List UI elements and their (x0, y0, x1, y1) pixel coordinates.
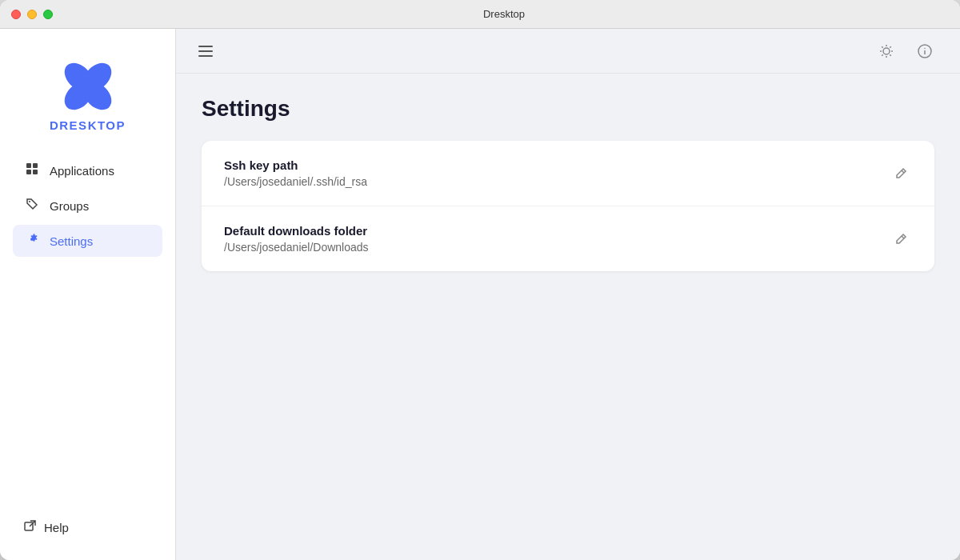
svg-rect-4 (26, 163, 31, 168)
svg-line-23 (902, 236, 904, 238)
app-window: Dresktop DRESKTOP (0, 0, 960, 560)
settings-row-info-downloads: Default downloads folder /Users/josedani… (224, 224, 369, 254)
brightness-icon (878, 43, 894, 59)
sidebar: DRESKTOP Applications (0, 29, 176, 560)
settings-row-info-ssh: Ssh key path /Users/josedaniel/.ssh/id_r… (224, 158, 367, 188)
sidebar-item-applications[interactable]: Applications (13, 154, 162, 186)
brightness-button[interactable] (874, 38, 899, 64)
sidebar-bottom: Help (0, 510, 175, 544)
edit-ssh-button[interactable] (890, 162, 912, 185)
settings-row-ssh: Ssh key path /Users/josedaniel/.ssh/id_r… (202, 141, 934, 206)
settings-downloads-label: Default downloads folder (224, 224, 369, 238)
page-title: Settings (202, 96, 934, 122)
titlebar: Dresktop (0, 0, 960, 29)
sidebar-item-settings[interactable]: Settings (13, 225, 162, 257)
sidebar-logo: DRESKTOP (0, 45, 175, 154)
app-body: DRESKTOP Applications (0, 29, 960, 560)
svg-point-10 (883, 48, 890, 54)
svg-line-18 (890, 46, 890, 47)
settings-ssh-label: Ssh key path (224, 158, 367, 172)
settings-card: Ssh key path /Users/josedaniel/.ssh/id_r… (202, 141, 934, 271)
grid-icon (24, 162, 40, 178)
info-button[interactable] (912, 38, 938, 64)
svg-rect-5 (33, 163, 38, 168)
svg-point-21 (924, 47, 926, 49)
sidebar-nav: Applications Groups (0, 154, 175, 510)
topbar-actions (874, 38, 938, 64)
settings-downloads-value: /Users/josedaniel/Downloads (224, 241, 369, 254)
gear-icon (24, 233, 40, 249)
tag-icon (24, 198, 40, 214)
svg-rect-6 (26, 170, 31, 174)
pencil-icon (894, 233, 907, 246)
topbar (176, 29, 960, 74)
main-content: Settings Ssh key path /Users/josedaniel/… (176, 29, 960, 560)
svg-line-22 (902, 170, 904, 173)
external-link-icon (24, 520, 36, 534)
edit-downloads-button[interactable] (890, 228, 912, 250)
close-button[interactable] (11, 10, 21, 19)
svg-rect-7 (33, 170, 38, 174)
hamburger-button[interactable] (198, 46, 213, 57)
svg-line-16 (890, 54, 890, 55)
info-icon (917, 43, 933, 59)
sidebar-item-label: Groups (50, 199, 89, 213)
svg-line-15 (882, 46, 882, 47)
sidebar-item-label: Applications (50, 164, 114, 178)
logo-text: DRESKTOP (50, 118, 126, 132)
settings-ssh-value: /Users/josedaniel/.ssh/id_rsa (224, 175, 367, 188)
svg-line-17 (882, 54, 882, 55)
svg-point-8 (29, 201, 30, 202)
sidebar-item-help[interactable]: Help (24, 520, 151, 534)
help-label: Help (44, 521, 69, 534)
sidebar-item-label: Settings (50, 234, 93, 248)
minimize-button[interactable] (27, 10, 37, 19)
sidebar-item-groups[interactable]: Groups (13, 190, 162, 222)
window-title: Dresktop (59, 8, 949, 20)
maximize-button[interactable] (43, 10, 53, 19)
app-logo-icon (59, 58, 117, 118)
page-content: Settings Ssh key path /Users/josedaniel/… (176, 74, 960, 560)
settings-row-downloads: Default downloads folder /Users/josedani… (202, 206, 934, 271)
pencil-icon (894, 167, 907, 180)
